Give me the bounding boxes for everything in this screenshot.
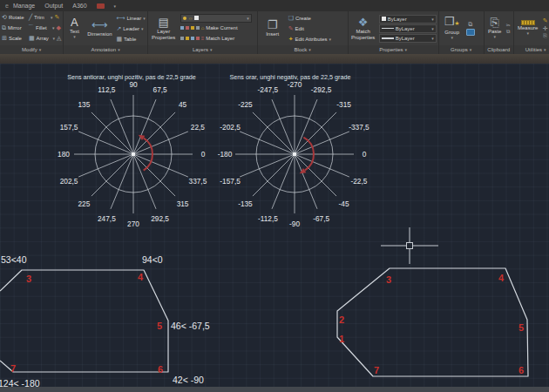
create-block-icon: ❏ — [288, 15, 294, 22]
linetype-sample-icon — [382, 28, 394, 29]
group-edit-badge-icon[interactable] — [466, 29, 475, 36]
match-properties-button[interactable]: ❖ Match Properties — [350, 17, 376, 41]
match-layer-button[interactable]: ≡ Match Layer — [180, 34, 252, 44]
cut-icon[interactable]: ✂ — [506, 22, 511, 28]
polyline-left[interactable] — [0, 270, 168, 372]
panel-label-clipboard[interactable]: Clipboard — [485, 45, 513, 54]
group-button[interactable]: ❒★ Group ▾ — [441, 16, 464, 41]
erase-icon[interactable]: ✎ — [55, 14, 60, 21]
panel-label-annotation[interactable]: Annotation ▾ — [64, 45, 146, 54]
panel-label-utilities[interactable]: Utilities ▾ — [514, 45, 549, 54]
quick-calc-icon[interactable]: ⎘ — [543, 33, 547, 39]
chevron-down-icon: ▾ — [143, 16, 146, 21]
object-color-dropdown[interactable]: ByLayer ▾ — [379, 15, 437, 24]
model-space-canvas[interactable]: Sens antiorar, unghi pozitiv, pas de 22,… — [0, 64, 549, 387]
chevron-down-icon: ▾ — [53, 36, 56, 41]
chevron-down-icon: ▾ — [73, 35, 76, 40]
paste-button[interactable]: ⎘ Paste ▾ — [486, 17, 504, 40]
featured-apps-icon[interactable] — [97, 3, 105, 9]
lineweight-dropdown[interactable]: ByLayer ▾ — [379, 34, 437, 43]
insert-block-icon: ❐ — [268, 19, 278, 31]
table-button[interactable]: ▦ Table — [116, 34, 145, 44]
ungroup-icon[interactable]: ⧉ — [468, 21, 472, 28]
match-layer-icon: ≡ — [201, 36, 205, 41]
chevron-down-icon: ▾ — [118, 47, 120, 52]
paste-icon: ⎘ — [490, 17, 498, 29]
panel-label-properties[interactable]: Properties ▾ — [349, 45, 438, 54]
svg-text:-202,5: -202,5 — [220, 123, 241, 132]
chevron-down-icon: ▾ — [493, 35, 496, 40]
trim-button[interactable]: Trim — [34, 15, 49, 20]
make-current-button[interactable]: ⌂ Make Current — [180, 24, 252, 33]
linear-button[interactable]: ⟷ Linear ▾ — [116, 13, 145, 23]
drawing-svg[interactable]: Sens antiorar, unghi pozitiv, pas de 22,… — [0, 64, 549, 387]
tab-a360[interactable]: A360 — [72, 3, 86, 9]
layer-off-icon — [196, 26, 200, 30]
scale-icon: ⊞ — [2, 35, 7, 42]
layer-unisolate-icon — [186, 37, 189, 40]
ribbon-tab-bar: e Manage Output A360 ▾ — [0, 0, 549, 11]
panel-block: ❐ Insert ❏ Create ✎ Edit ✦ Edit Attribut… — [258, 11, 349, 54]
make-current-icon: ⌂ — [201, 25, 205, 30]
measure-button[interactable]: Measure ▾ — [516, 20, 540, 37]
chevron-down-icon: ▾ — [526, 31, 529, 37]
scale-button[interactable]: ⊞ Scale ▦ Array ▾ ◬ — [2, 33, 61, 44]
bottom-scrollbar[interactable] — [0, 387, 549, 392]
text-button[interactable]: A Text ▾ — [65, 17, 83, 40]
polyline-right[interactable] — [337, 268, 528, 376]
panel-label-layers[interactable]: Layers ▾ — [148, 45, 257, 54]
layer-isolate-icon — [180, 37, 184, 40]
panel-label-block[interactable]: Block ▾ — [258, 45, 348, 54]
insert-button[interactable]: ❐ Insert — [260, 19, 286, 37]
point-icon[interactable]: ✛ — [543, 25, 548, 32]
layer-select-dropdown[interactable]: ☼ ▾ — [180, 14, 252, 23]
copy-icon[interactable]: ⧉ — [506, 29, 510, 35]
fillet-icon: ⌒ — [28, 24, 34, 32]
array-icon: ▦ — [29, 35, 35, 42]
sun-icon: ☼ — [188, 16, 193, 21]
text-icon: A — [71, 17, 78, 29]
tab-manage[interactable]: Manage — [13, 3, 35, 9]
tab-partial[interactable]: e — [5, 3, 9, 9]
panel-label-groups[interactable]: Groups ▾ — [439, 45, 484, 54]
compass-negative-angles: 0-337,5-315-292,5-270-247,5-225-202,5-18… — [218, 80, 369, 228]
svg-text:-22,5: -22,5 — [350, 177, 367, 186]
layer-properties-button[interactable]: ▤ Layer Properties — [150, 17, 178, 41]
chevron-down-icon: ▾ — [52, 25, 55, 30]
svg-text:0: 0 — [201, 150, 206, 159]
group-icon: ❒★ — [444, 16, 460, 30]
svg-text:180: 180 — [58, 150, 70, 159]
mirror-button[interactable]: ⧉ Mirror ⌒ Fillet ▾ ◆ — [2, 23, 61, 33]
offset-icon[interactable]: ◬ — [57, 35, 61, 42]
direction-arrow-icon — [303, 138, 314, 171]
tab-output[interactable]: Output — [44, 3, 63, 9]
create-block-button[interactable]: ❏ Create — [288, 13, 331, 23]
array-button[interactable]: Array — [37, 36, 51, 41]
svg-text:-112,5: -112,5 — [258, 214, 278, 223]
explode-icon[interactable]: ◆ — [57, 24, 61, 31]
panel-utilities: Measure ▾ ✎ ✛ ⎘ Utilities ▾ — [514, 11, 549, 54]
ribbon: ⟲ Rotate ╱ Trim ▾ ✎ ⧉ Mirror ⌒ Fillet ▾ … — [0, 11, 549, 54]
rotate-button[interactable]: ⟲ Rotate ╱ Trim ▾ ✎ — [2, 12, 59, 23]
dimension-button[interactable]: ⟷ Dimension — [85, 19, 113, 37]
chevron-down-icon: ▾ — [210, 47, 213, 52]
edit-block-icon: ✎ — [288, 25, 294, 32]
layer-walk-icon — [180, 26, 184, 30]
leader-button[interactable]: ↗ Leader ▾ — [116, 24, 145, 33]
fillet-button[interactable]: Fillet — [36, 25, 51, 30]
crosshair-cursor — [381, 227, 438, 264]
linetype-dropdown[interactable]: ByLayer ▾ — [379, 24, 437, 33]
edit-block-button[interactable]: ✎ Edit — [288, 24, 331, 33]
layer-merge-icon — [191, 37, 194, 40]
svg-text:-315: -315 — [336, 100, 351, 109]
edit-attributes-button[interactable]: ✦ Edit Attributes ▾ — [288, 34, 331, 44]
autocad-window: e Manage Output A360 ▾ ⟲ Rotate ╱ Trim ▾… — [0, 0, 549, 392]
match-properties-icon: ❖ — [358, 17, 369, 29]
svg-text:-180: -180 — [218, 150, 233, 159]
svg-text:22,5: 22,5 — [191, 123, 206, 132]
polar-coordinate-label: 94<0 — [142, 254, 163, 265]
edit-attributes-icon: ✦ — [288, 36, 294, 43]
panel-label-modify[interactable]: Modify ▾ — [0, 45, 63, 54]
svg-text:-157,5: -157,5 — [220, 177, 241, 186]
quick-select-icon[interactable]: ✎ — [543, 17, 548, 24]
